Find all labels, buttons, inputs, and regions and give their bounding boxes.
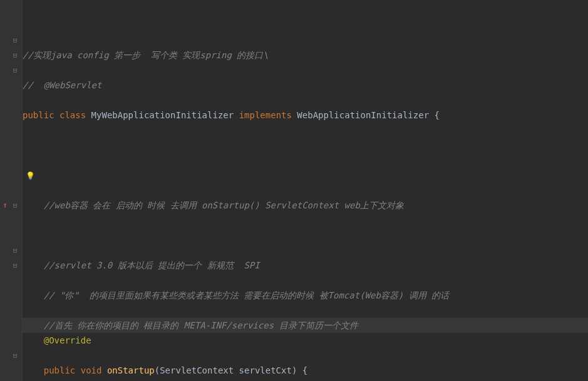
keyword-public: public (44, 365, 76, 375)
keyword-implements: implements (239, 110, 292, 120)
fold-icon[interactable]: ⊟ (11, 51, 19, 59)
comment: // "你" 的项目里面如果有某些类或者某些方法 需要在启动的时候 被Tomca… (44, 290, 449, 300)
comment: //web容器 会在 启动的 时候 去调用 onStartup() Servle… (44, 200, 404, 210)
method-name: onStartup (107, 365, 155, 375)
fold-icon[interactable]: ⊟ (11, 66, 19, 74)
method-params: (ServletContext servletCxt) { (155, 365, 307, 375)
annotation-override: @Override (44, 335, 91, 345)
code-editor[interactable]: //实现java config 第一步 写个类 实现spring 的接口\ //… (23, 0, 588, 381)
fold-icon[interactable]: ⊟ (11, 352, 19, 359)
fold-icon[interactable]: ⊟ (11, 36, 19, 44)
keyword-void: void (81, 365, 102, 375)
class-name: MyWebApplicationInitializer (91, 110, 234, 120)
keyword-public: public (23, 110, 54, 120)
comment: //首先 你在你的项目的 根目录的 META-INF/services 目录下简… (44, 320, 358, 330)
fold-icon[interactable]: ⊟ (11, 262, 19, 269)
fold-icon[interactable]: ⊟ (11, 201, 19, 209)
fold-icon[interactable]: ⊟ (11, 246, 19, 254)
comment: // @WebServlet (23, 80, 101, 90)
comment: //servlet 3.0 版本以后 提出的一个 新规范 SPI (44, 260, 260, 270)
keyword-class: class (59, 110, 86, 120)
override-up-icon[interactable]: ↑ (1, 201, 9, 209)
editor-gutter: ⊟ ⊟ ⊟ 💡 ↑ ⊟ ⊟ ⊟ ⊟ (0, 0, 23, 381)
comment: //实现java config 第一步 写个类 实现spring 的接口\ (23, 50, 269, 60)
interface-name: WebApplicationInitializer { (297, 110, 440, 120)
